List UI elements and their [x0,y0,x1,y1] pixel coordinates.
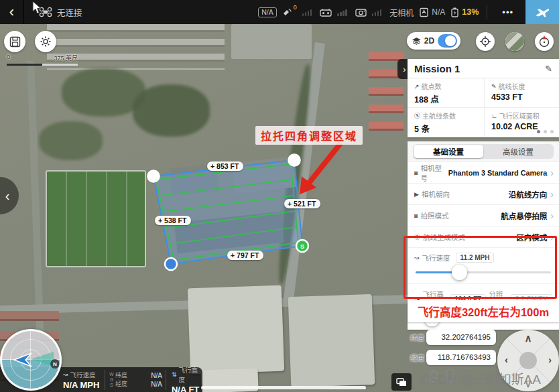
setting-value: 沿航线方向 [509,189,548,200]
nudge-left-button[interactable]: ‹ [505,354,508,365]
flight-record-status[interactable]: N/A [419,7,445,17]
camera-signal-bars [372,9,382,16]
satellite-map[interactable]: S + 853 FT + 521 FT + 538 FT + 797 FT 拉托… [0,24,559,392]
mode-toggle-switch[interactable] [438,34,457,48]
rc-signal-bars [337,9,347,16]
minimap-thumbnail [505,32,524,51]
stat-route-length: ✎航线长度 4533 FT [485,78,559,108]
nudge-up-button[interactable]: ∧ [497,332,559,344]
compass-reset-button[interactable] [535,32,554,51]
chevron-left-icon: ‹ [5,188,10,204]
drone-heading-arrow [12,352,32,367]
setting-route-mode[interactable]: Ⓢ 航线生成模式 区内模式 › [408,226,559,247]
watermark-text: CSDN @一别如斯AA [402,369,559,387]
settings-tabs: 基础设置 高级设置 [408,141,559,161]
scale-end-label: 375 英尺 [54,54,78,62]
camera-heading-icon: ▶ [414,191,419,198]
toggle-knob [445,36,456,46]
flight-speed-row: ↝ 飞行速度 11.2 MPH [408,247,559,283]
gps-status[interactable]: 0 [282,7,297,17]
setting-label: 相机型号 [420,163,448,183]
chevron-right-icon: › [550,189,554,200]
screen-mirror-icon[interactable] [391,373,412,391]
setting-label: 相机朝向 [422,189,450,199]
corner-handle-topright [288,153,301,167]
edge-distance-label: + 521 FT [284,199,320,208]
flight-speed-label: 飞行速度 [422,253,450,263]
speed-icon: ↝ [63,371,68,378]
map-scale-bar: 0 375 英尺 [7,54,78,66]
more-menu-button[interactable]: ••• [495,7,520,17]
flight-record-value: N/A [432,7,445,17]
stat-label: 航线长度 [499,81,525,91]
setting-value: Phantom 3 Standard Camera [448,169,548,177]
edge-distance-label: + 797 FT [227,251,263,260]
flight-speed-value[interactable]: 11.2 MPH [456,253,495,263]
camera-status-label: 无相机 [389,7,414,18]
aircraft-status[interactable]: 无连接 [39,6,82,19]
gear-icon [40,36,52,48]
longitude-row: 经度 118.716763493 [410,350,496,365]
longitude-label: 经度 [410,352,426,363]
back-button[interactable]: ‹ [0,0,24,24]
corner-handle-bottomleft [165,258,177,270]
mission-title: Mission 1 [414,63,460,74]
map-settings-button[interactable] [35,31,56,52]
mission-header: Mission 1 ✎ [408,59,559,78]
drag-corners-annotation: 拉托四角调整区域 [255,126,363,145]
flight-speed-slider[interactable] [416,271,551,273]
nudge-right-button[interactable]: › [548,354,552,365]
attitude-compass-widget[interactable]: N [0,329,62,391]
chevron-right-icon: › [403,64,406,74]
telemetry-lng-value: N/A [151,380,162,389]
stat-value: 188 点 [414,92,484,105]
stat-area: ∟飞行区域面积 10.02 ACRE [485,108,559,137]
map-mode-toggle[interactable]: 2D [407,32,460,50]
remote-controller-icon[interactable] [320,8,332,17]
camera-icon[interactable] [355,8,367,17]
battery-status[interactable]: 13% [450,7,479,17]
mission-summary-card: Mission 1 ✎ ↗航点数 188 点 ✎航线长度 4533 FT Ⓢ主航… [408,59,559,137]
altitude-note: 飞行高度320ft左右为100m [408,300,559,322]
edit-mission-icon[interactable]: ✎ [545,64,552,74]
telemetry-lng-label: 经度 [115,380,127,389]
edge-distance-label: + 538 FT [155,216,191,225]
slider-knob[interactable] [452,265,467,280]
telemetry-altitude: ⇅飞行高度 N/A FT [168,365,203,392]
stat-waypoint-count: ↗航点数 188 点 [408,78,485,108]
takeoff-button[interactable] [525,0,559,24]
telemetry-lat-value: N/A [151,371,162,380]
altitude-label: 飞行高度 [178,365,199,384]
latitude-input[interactable]: 32.202764195 [426,330,496,345]
home-indicator[interactable] [201,386,366,389]
locate-button[interactable] [476,32,495,51]
setting-label: 拍照模式 [420,210,448,220]
save-button[interactable] [4,31,25,52]
gps-signal-bars [302,9,312,16]
telemetry-position: WGS 纬度N/A 经度N/A [105,370,166,390]
route-length-icon: ✎ [491,83,497,90]
tab-advanced-settings[interactable]: 高级设置 [483,145,553,158]
longitude-input[interactable]: 118.716763493 [426,350,496,365]
area-icon: ∟ [491,113,497,119]
battery-percent: 13% [462,7,479,17]
flight-mode-badge: N/A [258,7,277,17]
waypoint-icon: ↗ [414,83,420,90]
setting-camera-heading[interactable]: ▶ 相机朝向 沿航线方向 › [408,183,559,204]
start-point-label: S [300,243,304,250]
chevron-right-icon: › [550,232,554,243]
minimap-button[interactable] [505,32,524,51]
setting-value: 区内模式 [516,232,547,243]
mouse-cursor [32,1,42,15]
speed-value: N/A MPH [63,380,99,390]
setting-shoot-mode[interactable]: ◙ 拍照模式 航点悬停拍照 › [408,204,559,226]
page-dots[interactable] [537,130,554,133]
scale-start-label: 0 [7,54,10,62]
setting-camera-model[interactable]: ◙ 相机型号 Phantom 3 Standard Camera › [408,161,559,183]
nudge-center-knob[interactable] [519,352,537,369]
stat-mainline-count: Ⓢ主航线条数 5 条 [408,108,485,137]
connection-status-label: 无连接 [57,6,82,19]
top-status-bar: ‹ 无连接 N/A 0 [0,0,559,24]
tab-basic-settings[interactable]: 基础设置 [414,145,483,158]
telemetry-speed: ↝飞行速度 N/A MPH [59,370,103,390]
